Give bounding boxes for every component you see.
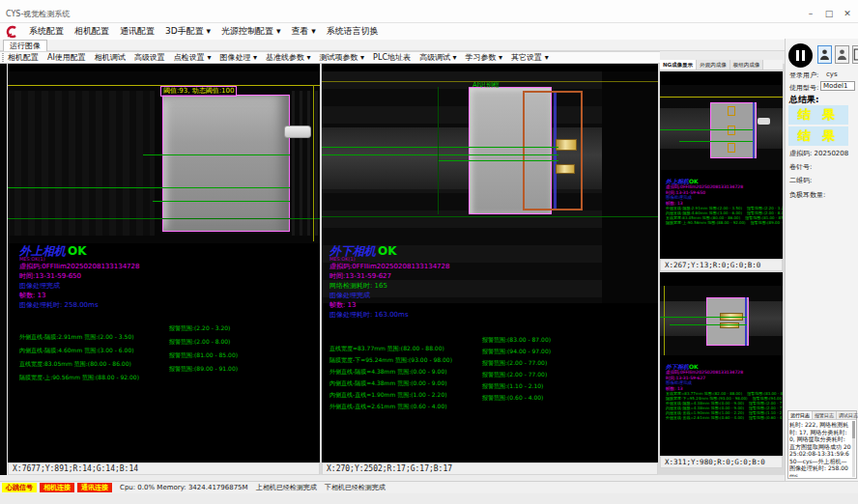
log-tab-alarm[interactable]: 报警日志 [813,411,837,419]
user-login-button[interactable] [817,45,832,64]
tab-ng-display[interactable]: NG成像显示 [660,60,697,70]
measure-line [322,154,558,155]
tool-advanced-debug[interactable]: 高级调试 ▾ [419,52,457,63]
tab-outer-image[interactable]: 外观内成像 [697,60,730,70]
log-tab-debug[interactable]: 调试日志 [837,411,858,419]
menu-comm-config[interactable]: 通讯配置 [120,25,155,38]
result-ok: OK [689,178,699,184]
tool-ai-use-config[interactable]: AI使用配置 [47,52,86,63]
measure-line [679,141,753,142]
mini-view-lower[interactable]: 外下相机OK 虚拟码:0FFIIim20250208133134728 时间:1… [660,272,783,456]
connector-tab [758,118,770,125]
tool-learning-params[interactable]: 学习参数 ▾ [466,52,503,63]
tab-run-image[interactable]: 运行图像 [3,40,47,51]
log-tab-run[interactable]: 运行日志 [788,411,813,419]
app-window: CYS-视觉检测系统 – □ ✕ 系统配置 相机配置 通讯配置 3D手配置 ▾ … [0,0,858,504]
pin-number-label: 卷针号: [789,162,812,172]
measurement-list-upper: 外侧直线-隔膜:2.91mm 范围:(2.00 - 3.50)报警范围:(2.2… [19,324,314,392]
toolbar-grip[interactable] [2,53,4,62]
tool-other-settings[interactable]: 其它设置 ▾ [511,52,549,63]
tool-plc-address[interactable]: PLC地址表 [373,52,411,63]
menu-view[interactable]: 查看 ▾ [291,25,315,38]
mini-view-column: NG成像显示 外观内成像 极组内成像 外上相机OK 虚拟码:0FFIIim202… [660,60,783,469]
model-select[interactable]: Model1 [820,81,855,91]
close-button[interactable]: ✕ [839,7,856,20]
maximize-button[interactable]: □ [820,7,838,20]
pixel-coords-upper: X:7677;Y:891;R:14;G:14;B:14 [8,462,320,475]
menu-camera-config[interactable]: 相机配置 [74,25,109,38]
menu-robot-config[interactable]: 3D手配置 ▾ [165,25,211,38]
measure-row: 外侧直线-直线=2.61mm 范围:(0.60 - 4.00)报警范围:(0.6… [666,415,783,420]
measure-line [143,154,290,155]
camera-image-upper[interactable]: 阈值:93, 动态阈值:100 [8,71,320,243]
login-user-value: cys [826,70,838,78]
measure-line [153,201,290,202]
measurement-list-lower: 直线宽度=83.77mm 范围:(82.00 - 88.00)报警范围:(83.… [329,336,653,413]
log-scrollbar[interactable] [852,421,855,477]
cpu-memory-status: Cpu: 0.0% Memory: 3424.41796875M [120,484,248,491]
mini-camera-image-upper [660,85,783,170]
time-text: 时间:13-31-59-627 [329,271,449,281]
tool-spot-check[interactable]: 点检设置 ▾ [174,52,212,63]
inspected-part [162,95,290,232]
result-ok: OK [378,244,397,258]
camera-view-lower[interactable]: AI识别框 外下相机OK MES:OK(1) 虚拟码:0FFIIim202502… [322,64,658,462]
window-title: CYS-视觉检测系统 [6,9,70,19]
tool-test-params[interactable]: 测试项参数 ▾ [320,52,365,63]
laser-line [660,97,783,98]
menubar: 系统配置 相机配置 通讯配置 3D手配置 ▾ 光源控制配置 ▾ 查看 ▾ 系统语… [0,23,858,40]
tool-advanced-settings[interactable]: 高级设置 [134,52,165,63]
defect-box [728,126,735,135]
qr-code-label: 二维码: [789,176,812,185]
tool-camera-config[interactable]: 相机配置 [8,52,39,63]
log-panel: 运行日志 报警日志 调试日志 耗时: 222, 网络检测耗时: 17, 网络分类… [787,410,857,479]
connector-tab [284,126,311,138]
user-check-icon [819,48,830,61]
user-icon [837,48,847,61]
upper-camera-status: 上相机已经检测完成 [256,483,317,492]
measure-line [438,160,558,161]
exit-door-icon [853,48,858,61]
edge-marker-line [313,85,314,241]
result-box-lower: 结 果 [788,126,848,146]
inspected-part [706,297,749,346]
menu-system-config[interactable]: 系统配置 [29,25,64,38]
pixel-coords-mini-lower: X:311;Y:980;R:0;G:0;B:0 [660,456,783,468]
pause-icon [796,50,799,61]
result-text-block-lower: 外下相机OK MES:OK(1) 虚拟码:0FFIIim202502081331… [329,245,449,320]
camera-connection-badge: 相机连接 [40,483,74,492]
exit-button[interactable] [852,45,858,64]
process-done-text: 图像处理完成 [329,291,449,300]
tool-image-processing[interactable]: 图像处理 ▾ [219,52,257,63]
tab-cell-image[interactable]: 极组内成像 [730,60,764,70]
tab-connector [720,322,739,328]
process-done-text: 图像处理完成 [19,281,139,291]
pause-button[interactable] [788,43,813,68]
alarm-range: 报警范围:(2.00 - 77.00) [482,371,547,379]
tool-baseline-params[interactable]: 基准线参数 ▾ [266,52,311,63]
menu-language-switch[interactable]: 系统语言切换 [327,25,379,38]
elapsed-text: 图像处理耗时: 258.00ms [19,300,139,310]
comm-connection-badge: 通讯连接 [77,483,112,492]
log-text: 耗时: 222, 网络检测耗时: 17, 网络分类耗时: 0, 网络提取分类耗时… [789,421,851,477]
machine-texture [8,91,155,236]
ai-elapsed-text: 网络检测耗时: 165 [329,281,449,291]
camera-view-upper[interactable]: 阈值:93, 动态阈值:100 外上相机OK MES:OK(1) 虚拟码:0FF… [8,64,320,462]
user-manage-button[interactable] [835,45,849,64]
defect-box [728,143,735,153]
alarm-range: 报警范围:(2.00 - 77.00) [482,359,547,368]
camera-name: 外上相机 [666,178,689,184]
result-ok: OK [689,363,699,370]
log-scrollbar-thumb[interactable] [852,421,855,438]
mini-view-upper[interactable]: 外上相机OK 虚拟码:0FFIIim20250208133134728 时间:1… [660,71,783,259]
defect-box [728,106,735,116]
model-label: 使用型号: [789,83,818,93]
edge-marker-line [664,286,665,355]
minimize-button[interactable]: – [802,7,819,20]
mini-result-block-lower: 外下相机OK 虚拟码:0FFIIim20250208133134728 时间:1… [666,361,783,420]
tape-edge-marker [745,297,747,346]
time-text: 时间:13-31-59-650 [19,271,139,281]
menu-light-config[interactable]: 光源控制配置 ▾ [221,25,280,38]
machine-dark-right [602,71,658,303]
tool-camera-debug[interactable]: 相机调试 [95,52,126,63]
